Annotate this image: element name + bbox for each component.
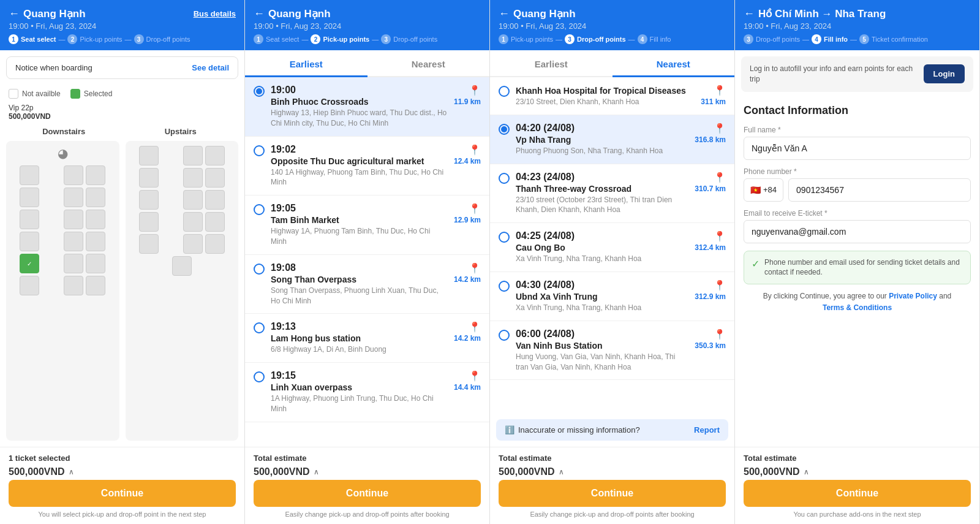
seat-d1[interactable] [20, 165, 39, 185]
see-detail-link[interactable]: See detail [192, 63, 229, 72]
dropoff-item-3[interactable]: 04:30 (24/08) Ubnd Xa Vinh Trung Xa Vinh… [490, 272, 734, 321]
dropoff-item-0[interactable]: 04:20 (24/08) Vp Nha Trang Phuong Phuong… [490, 115, 734, 164]
stop-item-1[interactable]: 19:02 Opposite Thu Duc agricultural mark… [245, 137, 489, 196]
dropoff-radio-0[interactable] [499, 124, 510, 135]
seat-u2[interactable] [183, 146, 203, 165]
info-note: ✓ Phone number and email used for sendin… [744, 251, 971, 285]
stop-radio-2[interactable] [254, 204, 265, 215]
seat-d15[interactable] [86, 254, 105, 273]
report-link[interactable]: Report [694, 425, 720, 435]
seat-d11[interactable] [64, 232, 83, 251]
stop-radio-0[interactable] [254, 86, 265, 97]
legend-label-not-available: Not availble [22, 89, 61, 98]
stop-radio-5[interactable] [254, 371, 265, 382]
legend-selected: Selected [70, 89, 113, 99]
seat-d9[interactable] [86, 210, 105, 229]
stop-item-3[interactable]: 19:08 Song Than Overpass Song Than Overp… [245, 255, 489, 314]
phone-input[interactable] [788, 178, 971, 202]
seat-u1[interactable] [139, 146, 159, 165]
seat-u3[interactable] [205, 146, 225, 165]
stop-item-5[interactable]: 19:15 Linh Xuan overpass 1A Highway, Phu… [245, 363, 489, 422]
seat-u12[interactable] [205, 212, 225, 232]
seat-u4[interactable] [139, 168, 159, 188]
seat-d18[interactable] [86, 276, 105, 295]
seat-u15[interactable] [205, 234, 225, 254]
stop-radio-1[interactable] [254, 145, 265, 156]
phone-prefix[interactable]: 🇻🇳 +84 [744, 178, 783, 202]
stop-item-0[interactable]: 19:00 Binh Phuoc Crossroads Highway 13, … [245, 77, 489, 137]
continue-button-p3[interactable]: Continue [499, 480, 726, 507]
stop-time-3: 19:08 [271, 262, 448, 273]
dist-val-5: 14.4 km [454, 383, 481, 392]
login-button[interactable]: Login [924, 64, 965, 83]
seat-d2[interactable] [64, 165, 83, 185]
dropoff-radio-4[interactable] [499, 330, 510, 341]
tab-earliest-p3[interactable]: Earliest [490, 50, 612, 77]
dropoff-info-4: 06:00 (24/08) Van Ninh Bus Station Hung … [516, 328, 688, 373]
header-panel2: ← Quang Hạnh 19:00 • Fri, Aug 23, 2024 1… [245, 0, 489, 50]
back-button-p1[interactable]: ← Quang Hạnh [9, 7, 86, 20]
back-button-p3[interactable]: ← Quang Hạnh [499, 7, 576, 20]
terms-text: By clicking Continue, you agree to our P… [744, 290, 971, 314]
private-policy-link[interactable]: Private Policy [889, 292, 937, 300]
seat-d10[interactable] [20, 232, 39, 251]
seat-u6[interactable] [205, 168, 225, 188]
seat-u9[interactable] [205, 190, 225, 210]
stop-radio-3[interactable] [254, 264, 265, 275]
seat-d5[interactable] [64, 188, 83, 207]
seat-u5[interactable] [183, 168, 203, 188]
stop-dist-1: 📍 12.4 km [454, 144, 481, 165]
seat-u13[interactable] [139, 234, 159, 254]
contact-section: Contact Information Full name * Phone nu… [735, 98, 979, 447]
seat-row-5-up [130, 234, 234, 254]
dropoff-radio-3[interactable] [499, 281, 510, 292]
seat-d16[interactable] [20, 276, 39, 295]
stop-radio-4[interactable] [254, 322, 265, 333]
stop-name-0: Binh Phuoc Crossroads [271, 97, 448, 107]
seat-u10[interactable] [139, 212, 159, 232]
seat-d17[interactable] [64, 276, 83, 295]
full-name-input[interactable] [744, 137, 971, 160]
seat-d8[interactable] [64, 210, 83, 229]
info-note-text: Phone number and email used for sending … [764, 257, 963, 278]
terms-conditions-link[interactable]: Terms & Conditions [823, 303, 892, 312]
back-button-p4[interactable]: ← Hồ Chí Minh → Nha Trang [744, 7, 886, 20]
contact-title: Contact Information [744, 104, 971, 117]
seat-u11[interactable] [183, 212, 203, 232]
seat-d14[interactable] [64, 254, 83, 273]
stop-item-hospital[interactable]: Khanh Hoa Hospital for Tropical Diseases… [490, 77, 734, 115]
tab-nearest-p2[interactable]: Nearest [368, 50, 490, 77]
seat-u7[interactable] [139, 190, 159, 210]
dropoff-radio-2[interactable] [499, 232, 510, 243]
continue-button-p4[interactable]: Continue [744, 480, 971, 507]
price-p2: 500,000VND [254, 466, 310, 477]
dropoff-radio-1[interactable] [499, 173, 510, 184]
dropoff-item-1[interactable]: 04:23 (24/08) Thanh Three-way Crossroad … [490, 164, 734, 224]
dropoff-info-2: 04:25 (24/08) Cau Ong Bo Xa Vinh Trung, … [516, 230, 688, 264]
bottom-bar-p3: Total estimate 500,000VND ∧ Continue Eas… [490, 447, 734, 524]
continue-button-p1[interactable]: Continue [9, 480, 236, 507]
login-bar: Log in to autofill your info and earn po… [741, 56, 973, 92]
seat-u16[interactable] [172, 256, 192, 276]
email-input[interactable] [744, 220, 971, 243]
back-button-p2[interactable]: ← Quang Hạnh [254, 7, 331, 20]
seat-d13-selected[interactable]: ✓ [20, 254, 39, 273]
seat-d7[interactable] [20, 210, 39, 229]
tab-nearest-p3[interactable]: Nearest [612, 50, 735, 77]
bus-details-link[interactable]: Bus details [194, 9, 236, 18]
dropoff-item-4[interactable]: 06:00 (24/08) Van Ninh Bus Station Hung … [490, 321, 734, 381]
stop-radio-hospital[interactable] [499, 86, 510, 97]
seat-u8[interactable] [183, 190, 203, 210]
stop-item-2[interactable]: 19:05 Tam Binh Market Highway 1A, Phuong… [245, 196, 489, 255]
seat-d6[interactable] [86, 188, 105, 207]
seat-u14[interactable] [183, 234, 203, 254]
dropoff-item-2[interactable]: 04:25 (24/08) Cau Ong Bo Xa Vinh Trung, … [490, 223, 734, 272]
stop-item-4[interactable]: 19:13 Lam Hong bus station 6/8 Highway 1… [245, 314, 489, 363]
seat-d4[interactable] [20, 188, 39, 207]
seat-d12[interactable] [86, 232, 105, 251]
seat-d3[interactable] [86, 165, 105, 185]
tab-earliest-p2[interactable]: Earliest [245, 50, 368, 77]
seat-row-4-down [11, 232, 115, 251]
vip-label: Vip 22p 500,000VND [0, 102, 244, 124]
continue-button-p2[interactable]: Continue [254, 480, 481, 507]
